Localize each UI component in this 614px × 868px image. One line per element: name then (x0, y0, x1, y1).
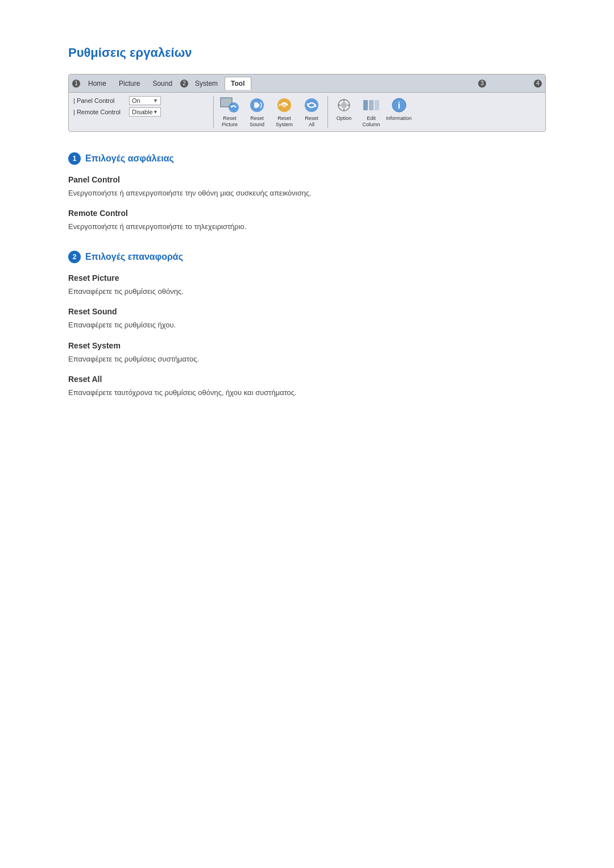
section-1-num: 1 (68, 152, 81, 165)
remote-control-row: | Remote Control Disable ▼ (73, 107, 210, 117)
svg-text:i: i (397, 101, 400, 110)
svg-point-5 (282, 103, 287, 107)
section-2-items: Reset Picture Επαναφέρετε τις ρυθμίσεις … (68, 273, 546, 398)
right-buttons: Option EditColumn i (331, 96, 412, 128)
reset-system-icon (274, 96, 294, 114)
panel-control-heading: Panel Control (68, 175, 546, 184)
badge-4: 4 (534, 80, 542, 88)
panel-control-desc: Ενεργοποιήστε ή απενεργοποιήστε την οθόν… (68, 188, 546, 199)
reset-picture-button[interactable]: ResetPicture (217, 96, 242, 128)
information-label: Information (386, 115, 412, 122)
page-title: Ρυθμίσεις εργαλείων (68, 45, 546, 60)
section-2-title: Επιλογές επαναφοράς (85, 252, 183, 262)
svg-rect-15 (375, 100, 379, 110)
divider-2 (327, 96, 328, 128)
reset-system-label: ResetSystem (276, 115, 293, 128)
section-1-title: Επιλογές ασφάλειας (85, 153, 174, 164)
section-2: 2 Επιλογές επαναφοράς Reset Picture Επαν… (68, 251, 546, 398)
section-1-header: 1 Επιλογές ασφάλειας (68, 152, 546, 165)
reset-sound-icon (247, 96, 267, 114)
panel-control-arrow: ▼ (153, 98, 158, 103)
section-1-items: Panel Control Ενεργοποιήστε ή απενεργοπο… (68, 175, 546, 232)
reset-all-label: ResetAll (305, 115, 318, 128)
tab-home[interactable]: Home (82, 77, 112, 90)
section-2-num: 2 (68, 251, 81, 263)
option-button[interactable]: Option (331, 96, 356, 122)
reset-all-heading: Reset All (68, 375, 546, 384)
badge-2: 2 (180, 80, 188, 88)
tab-sound[interactable]: Sound (147, 77, 178, 90)
tab-picture[interactable]: Picture (113, 77, 146, 90)
svg-rect-14 (369, 100, 374, 110)
option-icon (334, 96, 354, 114)
panel-control-value[interactable]: On ▼ (129, 96, 161, 105)
reset-picture-label: ResetPicture (222, 115, 238, 128)
reset-picture-icon (219, 96, 240, 114)
edit-column-label: EditColumn (362, 115, 380, 128)
edit-column-button[interactable]: EditColumn (359, 96, 384, 128)
option-label: Option (337, 115, 352, 122)
tab-section-2[interactable]: Sound 2 (147, 77, 188, 90)
toolbar-controls: | Panel Control On ▼ | Remote Control Di… (73, 96, 210, 119)
remote-control-desc: Ενεργοποιήστε ή απενεργοποιήστε το τηλεχ… (68, 221, 546, 232)
badge-3: 3 (478, 80, 486, 88)
edit-column-icon (361, 96, 381, 114)
reset-system-heading: Reset System (68, 341, 546, 350)
svg-point-8 (341, 102, 347, 108)
badge-1: 1 (72, 80, 80, 88)
reset-picture-heading: Reset Picture (68, 273, 546, 283)
remote-control-text: Disable (132, 109, 153, 115)
tab-system[interactable]: System (189, 77, 223, 90)
reset-all-icon (301, 96, 322, 114)
reset-sound-label: ResetSound (250, 115, 264, 128)
section-1: 1 Επιλογές ασφάλειας Panel Control Ενεργ… (68, 152, 546, 232)
toolbar-body: | Panel Control On ▼ | Remote Control Di… (69, 93, 545, 131)
svg-point-6 (305, 98, 318, 112)
information-icon: i (389, 96, 409, 114)
remote-control-value[interactable]: Disable ▼ (129, 107, 161, 117)
reset-sound-button[interactable]: ResetSound (244, 96, 269, 128)
reset-system-button[interactable]: ResetSystem (272, 96, 297, 128)
remote-control-label: | Remote Control (73, 109, 125, 115)
reset-all-desc: Επαναφέρετε ταυτόχρονα τις ρυθμίσεις οθό… (68, 387, 546, 398)
tab-section-1[interactable]: 1 Home (72, 77, 112, 90)
reset-sound-desc: Επαναφέρετε τις ρυθμίσεις ήχου. (68, 319, 546, 331)
svg-point-2 (229, 102, 239, 113)
panel-control-row: | Panel Control On ▼ (73, 96, 210, 105)
toolbar-tabs: 1 Home Picture Sound 2 System Tool 3 4 (69, 74, 545, 93)
section-2-header: 2 Επιλογές επαναφοράς (68, 251, 546, 263)
divider-1 (213, 96, 214, 128)
information-button[interactable]: i Information (386, 96, 412, 122)
reset-system-desc: Επαναφέρετε τις ρυθμίσεις συστήματος. (68, 354, 546, 365)
panel-control-text: On (132, 97, 140, 104)
tab-tool[interactable]: Tool (225, 77, 251, 90)
panel-control-label: | Panel Control (73, 97, 125, 104)
remote-control-arrow: ▼ (153, 109, 158, 115)
svg-rect-13 (363, 100, 368, 110)
reset-buttons: ResetPicture ResetSound (217, 96, 324, 128)
reset-picture-desc: Επαναφέρετε τις ρυθμίσεις οθόνης. (68, 286, 546, 297)
reset-all-button[interactable]: ResetAll (299, 96, 324, 128)
reset-sound-heading: Reset Sound (68, 307, 546, 316)
toolbar-widget: 1 Home Picture Sound 2 System Tool 3 4 |… (68, 74, 546, 132)
remote-control-heading: Remote Control (68, 209, 546, 218)
